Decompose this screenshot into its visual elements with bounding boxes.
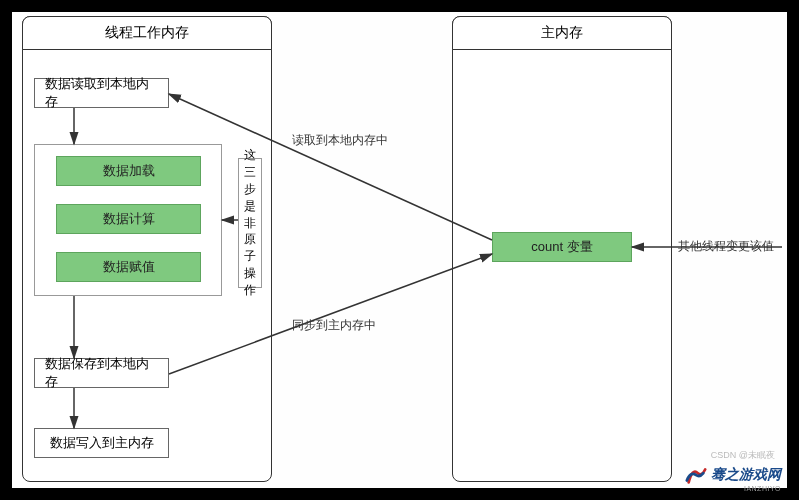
csdn-watermark: CSDN @未眠夜 xyxy=(711,449,775,462)
non-atomic-note-text: 这三步是非原子操作 xyxy=(244,147,256,298)
label-read-to-local: 读取到本地内存中 xyxy=(292,132,388,149)
box-write-to-main-label: 数据写入到主内存 xyxy=(50,434,154,452)
site-watermark: 骞之游戏网 IANZHIYO xyxy=(685,464,781,486)
label-sync-to-main: 同步到主内存中 xyxy=(292,317,376,334)
green-data-load: 数据加载 xyxy=(56,156,201,186)
green-data-assign-label: 数据赋值 xyxy=(103,258,155,276)
box-read-to-local: 数据读取到本地内存 xyxy=(34,78,169,108)
main-memory-header: 主内存 xyxy=(452,16,672,50)
watermark-main-text: 骞之游戏网 xyxy=(711,466,781,484)
label-other-thread: 其他线程变更该值 xyxy=(678,238,774,255)
green-data-compute-label: 数据计算 xyxy=(103,210,155,228)
green-data-compute: 数据计算 xyxy=(56,204,201,234)
watermark-logo-icon xyxy=(685,464,707,486)
watermark-sub-text: IANZHIYO xyxy=(744,485,781,492)
main-memory-title: 主内存 xyxy=(541,24,583,42)
box-save-to-local-label: 数据保存到本地内存 xyxy=(45,355,158,391)
count-variable-box: count 变量 xyxy=(492,232,632,262)
thread-working-memory-header: 线程工作内存 xyxy=(22,16,272,50)
box-read-to-local-label: 数据读取到本地内存 xyxy=(45,75,158,111)
green-data-assign: 数据赋值 xyxy=(56,252,201,282)
box-save-to-local: 数据保存到本地内存 xyxy=(34,358,169,388)
box-write-to-main: 数据写入到主内存 xyxy=(34,428,169,458)
thread-working-memory-title: 线程工作内存 xyxy=(105,24,189,42)
green-data-load-label: 数据加载 xyxy=(103,162,155,180)
count-variable-label: count 变量 xyxy=(531,238,592,256)
non-atomic-note: 这三步是非原子操作 xyxy=(238,158,262,288)
